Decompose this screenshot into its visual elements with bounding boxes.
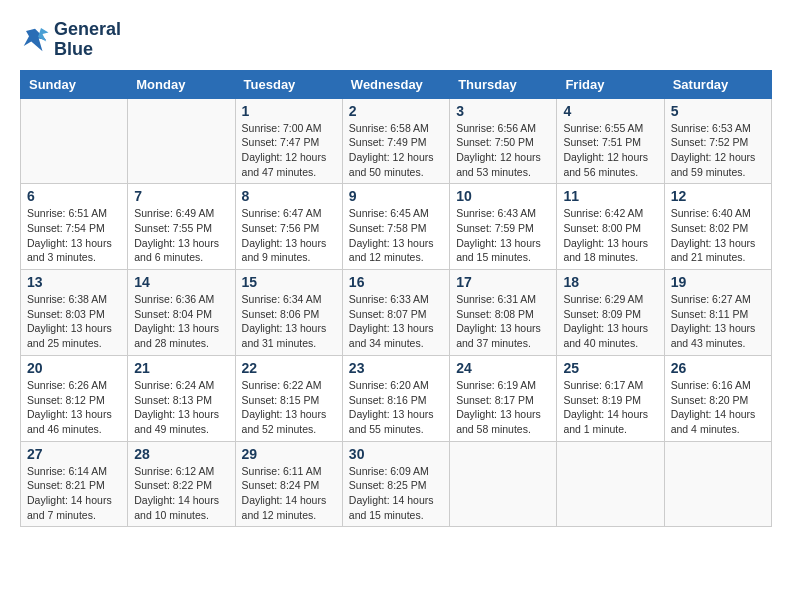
calendar-cell: 10Sunrise: 6:43 AMSunset: 7:59 PMDayligh… <box>450 184 557 270</box>
day-info: Sunrise: 6:27 AMSunset: 8:11 PMDaylight:… <box>671 292 765 351</box>
day-number: 15 <box>242 274 336 290</box>
day-info: Sunrise: 6:36 AMSunset: 8:04 PMDaylight:… <box>134 292 228 351</box>
day-number: 5 <box>671 103 765 119</box>
calendar-cell: 21Sunrise: 6:24 AMSunset: 8:13 PMDayligh… <box>128 355 235 441</box>
calendar-cell: 12Sunrise: 6:40 AMSunset: 8:02 PMDayligh… <box>664 184 771 270</box>
logo-text: General Blue <box>54 20 121 60</box>
calendar-cell: 6Sunrise: 6:51 AMSunset: 7:54 PMDaylight… <box>21 184 128 270</box>
column-header-friday: Friday <box>557 70 664 98</box>
day-info: Sunrise: 6:26 AMSunset: 8:12 PMDaylight:… <box>27 378 121 437</box>
day-number: 28 <box>134 446 228 462</box>
day-info: Sunrise: 6:16 AMSunset: 8:20 PMDaylight:… <box>671 378 765 437</box>
day-info: Sunrise: 6:40 AMSunset: 8:02 PMDaylight:… <box>671 206 765 265</box>
day-number: 29 <box>242 446 336 462</box>
day-info: Sunrise: 6:34 AMSunset: 8:06 PMDaylight:… <box>242 292 336 351</box>
logo-icon <box>20 25 50 55</box>
calendar-cell: 26Sunrise: 6:16 AMSunset: 8:20 PMDayligh… <box>664 355 771 441</box>
calendar-table: SundayMondayTuesdayWednesdayThursdayFrid… <box>20 70 772 528</box>
day-info: Sunrise: 6:14 AMSunset: 8:21 PMDaylight:… <box>27 464 121 523</box>
day-number: 4 <box>563 103 657 119</box>
column-header-monday: Monday <box>128 70 235 98</box>
day-number: 21 <box>134 360 228 376</box>
calendar-cell: 27Sunrise: 6:14 AMSunset: 8:21 PMDayligh… <box>21 441 128 527</box>
calendar-cell: 14Sunrise: 6:36 AMSunset: 8:04 PMDayligh… <box>128 270 235 356</box>
day-number: 20 <box>27 360 121 376</box>
day-info: Sunrise: 7:00 AMSunset: 7:47 PMDaylight:… <box>242 121 336 180</box>
day-info: Sunrise: 6:47 AMSunset: 7:56 PMDaylight:… <box>242 206 336 265</box>
day-number: 8 <box>242 188 336 204</box>
column-header-saturday: Saturday <box>664 70 771 98</box>
calendar-cell: 30Sunrise: 6:09 AMSunset: 8:25 PMDayligh… <box>342 441 449 527</box>
calendar-cell: 24Sunrise: 6:19 AMSunset: 8:17 PMDayligh… <box>450 355 557 441</box>
day-number: 22 <box>242 360 336 376</box>
calendar-cell: 13Sunrise: 6:38 AMSunset: 8:03 PMDayligh… <box>21 270 128 356</box>
day-info: Sunrise: 6:22 AMSunset: 8:15 PMDaylight:… <box>242 378 336 437</box>
day-number: 25 <box>563 360 657 376</box>
day-number: 3 <box>456 103 550 119</box>
day-number: 1 <box>242 103 336 119</box>
calendar-cell: 28Sunrise: 6:12 AMSunset: 8:22 PMDayligh… <box>128 441 235 527</box>
day-info: Sunrise: 6:49 AMSunset: 7:55 PMDaylight:… <box>134 206 228 265</box>
calendar-cell: 9Sunrise: 6:45 AMSunset: 7:58 PMDaylight… <box>342 184 449 270</box>
day-number: 13 <box>27 274 121 290</box>
column-header-thursday: Thursday <box>450 70 557 98</box>
day-info: Sunrise: 6:17 AMSunset: 8:19 PMDaylight:… <box>563 378 657 437</box>
day-info: Sunrise: 6:42 AMSunset: 8:00 PMDaylight:… <box>563 206 657 265</box>
day-info: Sunrise: 6:33 AMSunset: 8:07 PMDaylight:… <box>349 292 443 351</box>
day-info: Sunrise: 6:29 AMSunset: 8:09 PMDaylight:… <box>563 292 657 351</box>
day-number: 6 <box>27 188 121 204</box>
calendar-cell <box>21 98 128 184</box>
calendar-cell: 15Sunrise: 6:34 AMSunset: 8:06 PMDayligh… <box>235 270 342 356</box>
day-number: 7 <box>134 188 228 204</box>
day-number: 17 <box>456 274 550 290</box>
calendar-week-1: 1Sunrise: 7:00 AMSunset: 7:47 PMDaylight… <box>21 98 772 184</box>
day-info: Sunrise: 6:56 AMSunset: 7:50 PMDaylight:… <box>456 121 550 180</box>
calendar-cell: 17Sunrise: 6:31 AMSunset: 8:08 PMDayligh… <box>450 270 557 356</box>
day-number: 12 <box>671 188 765 204</box>
day-number: 24 <box>456 360 550 376</box>
day-number: 2 <box>349 103 443 119</box>
calendar-cell: 29Sunrise: 6:11 AMSunset: 8:24 PMDayligh… <box>235 441 342 527</box>
day-number: 30 <box>349 446 443 462</box>
day-info: Sunrise: 6:55 AMSunset: 7:51 PMDaylight:… <box>563 121 657 180</box>
day-number: 18 <box>563 274 657 290</box>
calendar-week-3: 13Sunrise: 6:38 AMSunset: 8:03 PMDayligh… <box>21 270 772 356</box>
calendar-cell: 8Sunrise: 6:47 AMSunset: 7:56 PMDaylight… <box>235 184 342 270</box>
calendar-cell: 18Sunrise: 6:29 AMSunset: 8:09 PMDayligh… <box>557 270 664 356</box>
calendar-cell: 25Sunrise: 6:17 AMSunset: 8:19 PMDayligh… <box>557 355 664 441</box>
day-info: Sunrise: 6:53 AMSunset: 7:52 PMDaylight:… <box>671 121 765 180</box>
day-number: 23 <box>349 360 443 376</box>
day-number: 11 <box>563 188 657 204</box>
day-number: 16 <box>349 274 443 290</box>
day-info: Sunrise: 6:19 AMSunset: 8:17 PMDaylight:… <box>456 378 550 437</box>
calendar-cell: 2Sunrise: 6:58 AMSunset: 7:49 PMDaylight… <box>342 98 449 184</box>
calendar-cell: 23Sunrise: 6:20 AMSunset: 8:16 PMDayligh… <box>342 355 449 441</box>
day-info: Sunrise: 6:24 AMSunset: 8:13 PMDaylight:… <box>134 378 228 437</box>
day-info: Sunrise: 6:11 AMSunset: 8:24 PMDaylight:… <box>242 464 336 523</box>
calendar-week-5: 27Sunrise: 6:14 AMSunset: 8:21 PMDayligh… <box>21 441 772 527</box>
column-header-tuesday: Tuesday <box>235 70 342 98</box>
day-info: Sunrise: 6:12 AMSunset: 8:22 PMDaylight:… <box>134 464 228 523</box>
calendar-cell <box>664 441 771 527</box>
day-number: 14 <box>134 274 228 290</box>
column-header-sunday: Sunday <box>21 70 128 98</box>
column-header-wednesday: Wednesday <box>342 70 449 98</box>
svg-marker-1 <box>38 28 49 42</box>
day-info: Sunrise: 6:38 AMSunset: 8:03 PMDaylight:… <box>27 292 121 351</box>
calendar-cell: 4Sunrise: 6:55 AMSunset: 7:51 PMDaylight… <box>557 98 664 184</box>
day-number: 26 <box>671 360 765 376</box>
day-number: 27 <box>27 446 121 462</box>
calendar-cell: 7Sunrise: 6:49 AMSunset: 7:55 PMDaylight… <box>128 184 235 270</box>
calendar-cell: 19Sunrise: 6:27 AMSunset: 8:11 PMDayligh… <box>664 270 771 356</box>
calendar-cell: 22Sunrise: 6:22 AMSunset: 8:15 PMDayligh… <box>235 355 342 441</box>
day-info: Sunrise: 6:31 AMSunset: 8:08 PMDaylight:… <box>456 292 550 351</box>
day-info: Sunrise: 6:58 AMSunset: 7:49 PMDaylight:… <box>349 121 443 180</box>
calendar-cell: 3Sunrise: 6:56 AMSunset: 7:50 PMDaylight… <box>450 98 557 184</box>
day-info: Sunrise: 6:20 AMSunset: 8:16 PMDaylight:… <box>349 378 443 437</box>
day-number: 9 <box>349 188 443 204</box>
calendar-cell <box>557 441 664 527</box>
day-info: Sunrise: 6:51 AMSunset: 7:54 PMDaylight:… <box>27 206 121 265</box>
calendar-cell: 1Sunrise: 7:00 AMSunset: 7:47 PMDaylight… <box>235 98 342 184</box>
page-header: General Blue <box>20 20 772 60</box>
logo: General Blue <box>20 20 121 60</box>
